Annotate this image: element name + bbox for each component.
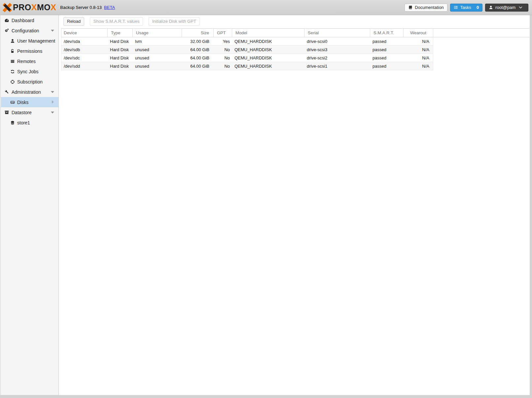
cell-wearout: N/A [404,62,433,70]
cell-smart: passed [370,62,404,70]
cell-gpt: No [214,54,232,62]
cell-usage: unused [133,54,182,62]
cell-device: /dev/sda [61,37,108,46]
cell-serial: drive-scsi2 [304,54,370,62]
column-header-smart[interactable]: S.M.A.R.T. [370,28,404,37]
chevron-right-icon [52,100,54,104]
column-header-model[interactable]: Model [232,28,304,37]
documentation-label: Documentation [415,5,443,10]
sidebar-item-permissions[interactable]: Permissions [1,46,58,56]
cell-model: QEMU_HARDDISK [232,62,304,70]
cell-filler [433,62,529,70]
cell-filler [433,37,529,46]
cell-type: Hard Disk [108,46,133,54]
sidebar-item-user-management[interactable]: User Management [1,36,58,46]
column-header-usage[interactable]: Usage [133,28,182,37]
sidebar-item-label: Disks [17,100,28,105]
content-panel: Reload Show S.M.A.R.T. values Initialize… [59,15,530,395]
cell-size: 64.00 GiB [182,54,214,62]
column-header-size[interactable]: Size [182,28,214,37]
beta-link[interactable]: BETA [104,5,115,10]
sidebar-item-label: Datastore [12,110,32,115]
column-header-filler [433,28,529,37]
sidebar-item-sync-jobs[interactable]: Sync Jobs [1,66,58,77]
cell-model: QEMU_HARDDISK [232,37,304,46]
gears-icon [4,28,10,33]
cell-device: /dev/sdd [61,62,108,70]
sidebar-item-label: Dashboard [12,18,34,23]
sync-refresh-icon [10,69,15,74]
collapse-arrow-icon [51,30,54,32]
cell-smart: passed [370,37,404,46]
cell-usage: unused [133,46,182,54]
cell-model: QEMU_HARDDISK [232,54,304,62]
sidebar-item-label: Permissions [17,49,42,54]
sidebar-item-remotes[interactable]: Remotes [1,56,58,66]
unlock-icon [10,49,15,54]
cell-model: QEMU_HARDDISK [232,46,304,54]
cell-wearout: N/A [404,37,433,46]
table-row-sdb[interactable]: /dev/sdb Hard Disk unused 64.00 GiB No Q… [61,46,529,54]
book-icon [408,5,412,10]
column-header-wearout[interactable]: Wearout [404,28,433,37]
sidebar-item-label: Sync Jobs [17,69,39,74]
tasks-label: Tasks [460,5,471,10]
table-row-sdc[interactable]: /dev/sdc Hard Disk unused 64.00 GiB No Q… [61,54,529,62]
tasks-count-badge: 0 [477,5,479,10]
sidebar-item-label: Configuration [12,28,39,33]
hard-disk-icon [10,100,15,105]
sidebar-item-label: Administration [12,89,41,95]
column-header-device[interactable]: Device [61,28,108,37]
cell-type: Hard Disk [108,54,133,62]
user-icon [10,38,15,44]
cell-usage: unused [133,62,182,70]
reload-button[interactable]: Reload [63,17,84,26]
sidebar-item-store1[interactable]: store1 [1,117,58,128]
cell-size: 64.00 GiB [182,62,214,70]
cell-smart: passed [370,46,404,54]
dashboard-icon [4,18,10,23]
user-menu-button[interactable]: root@pam [485,4,528,12]
show-smart-values-button[interactable]: Show S.M.A.R.T. values [90,17,143,26]
table-header-row: Device Type Usage Size GPT Model Serial … [61,28,529,37]
server-list-icon [10,59,15,64]
proxmox-brand: PROXMOX [3,3,56,12]
cell-gpt: Yes [214,37,232,46]
initialize-disk-gpt-button[interactable]: Initialize Disk with GPT [149,17,200,26]
column-header-type[interactable]: Type [108,28,133,37]
cell-serial: drive-scsi0 [304,37,370,46]
cell-wearout: N/A [404,54,433,62]
table-row-sda[interactable]: /dev/sda Hard Disk lvm 32.00 GiB Yes QEM… [61,37,529,46]
cell-device: /dev/sdc [61,54,108,62]
sidebar-item-label: Remotes [17,59,36,64]
cell-device: /dev/sdb [61,46,108,54]
cell-gpt: No [214,46,232,54]
sidebar-item-configuration[interactable]: Configuration [1,25,58,36]
proxmox-x-logo-icon [3,3,12,12]
cell-serial: drive-scsi3 [304,46,370,54]
wrench-icon [4,89,10,95]
cell-size: 64.00 GiB [182,46,214,54]
sidebar-item-label: Subscription [17,79,43,84]
tasks-button[interactable]: Tasks 0 [450,4,482,12]
sidebar-item-subscription[interactable]: Subscription [1,77,58,87]
cell-filler [433,46,529,54]
sidebar-item-datastore[interactable]: Datastore [1,107,58,117]
cell-size: 32.00 GiB [182,37,214,46]
table-row-sdd[interactable]: /dev/sdd Hard Disk unused 64.00 GiB No Q… [61,62,529,70]
cell-wearout: N/A [404,46,433,54]
sidebar-item-dashboard[interactable]: Dashboard [1,15,58,25]
user-label: root@pam [495,5,515,10]
top-header-bar: PROXMOX Backup Server 0.8-13 BETA Docume… [0,0,532,15]
disks-toolbar: Reload Show S.M.A.R.T. values Initialize… [59,15,530,28]
cell-usage: lvm [133,37,182,46]
sidebar-item-administration[interactable]: Administration [1,87,58,97]
documentation-button[interactable]: Documentation [405,4,447,12]
sidebar-item-disks[interactable]: Disks [1,97,58,107]
collapse-arrow-icon [51,112,54,114]
column-header-serial[interactable]: Serial [304,28,370,37]
column-header-gpt[interactable]: GPT [214,28,232,37]
archive-box-icon [4,110,10,115]
database-icon [10,120,15,125]
cell-filler [433,54,529,62]
